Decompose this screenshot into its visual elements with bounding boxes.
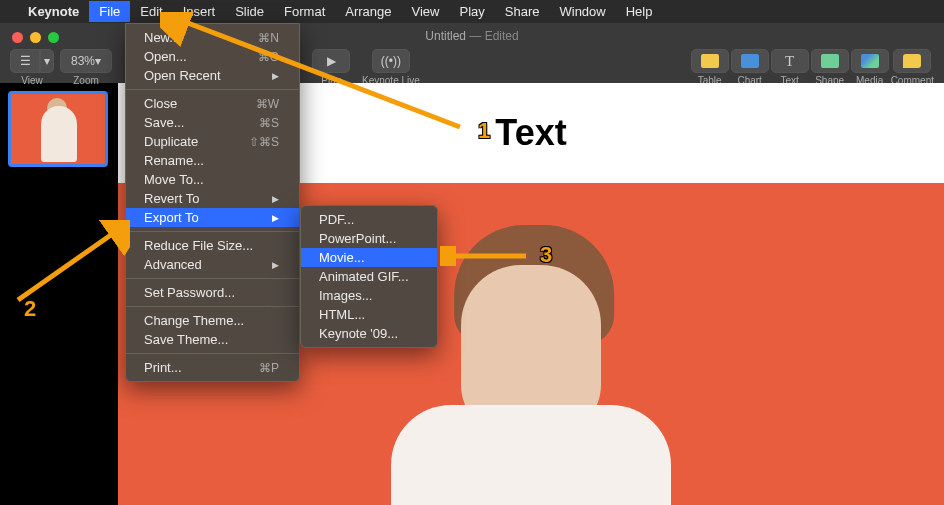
file-menu-dropdown: New...⌘N Open...⌘O Open Recent▶ Close⌘W … — [125, 23, 300, 382]
text-button[interactable]: TText — [771, 49, 809, 86]
file-duplicate[interactable]: Duplicate⇧⌘S — [126, 132, 299, 151]
keynote-live-button[interactable]: ((•)) Keynote Live — [362, 49, 420, 86]
view-button[interactable]: ☰▾ View — [10, 49, 54, 86]
table-button[interactable]: Table — [691, 49, 729, 86]
file-print[interactable]: Print...⌘P — [126, 358, 299, 377]
media-button[interactable]: Media — [851, 49, 889, 86]
file-export-to[interactable]: Export To▶ — [126, 208, 299, 227]
chart-button[interactable]: Chart — [731, 49, 769, 86]
file-new[interactable]: New...⌘N — [126, 28, 299, 47]
minimize-window-button[interactable] — [30, 32, 41, 43]
app-name[interactable]: Keynote — [28, 4, 79, 19]
export-animated-gif[interactable]: Animated GIF... — [301, 267, 437, 286]
menu-play[interactable]: Play — [449, 1, 494, 22]
traffic-lights — [0, 23, 71, 52]
export-pdf[interactable]: PDF... — [301, 210, 437, 229]
file-advanced[interactable]: Advanced▶ — [126, 255, 299, 274]
file-close[interactable]: Close⌘W — [126, 94, 299, 113]
comment-button[interactable]: Comment — [891, 49, 934, 86]
menu-help[interactable]: Help — [616, 1, 663, 22]
close-window-button[interactable] — [12, 32, 23, 43]
file-reduce-size[interactable]: Reduce File Size... — [126, 236, 299, 255]
menu-edit[interactable]: Edit — [130, 1, 172, 22]
file-move-to[interactable]: Move To... — [126, 170, 299, 189]
file-save[interactable]: Save...⌘S — [126, 113, 299, 132]
export-html[interactable]: HTML... — [301, 305, 437, 324]
file-set-password[interactable]: Set Password... — [126, 283, 299, 302]
menu-share[interactable]: Share — [495, 1, 550, 22]
menu-view[interactable]: View — [402, 1, 450, 22]
file-revert-to[interactable]: Revert To▶ — [126, 189, 299, 208]
file-rename[interactable]: Rename... — [126, 151, 299, 170]
export-powerpoint[interactable]: PowerPoint... — [301, 229, 437, 248]
file-open[interactable]: Open...⌘O — [126, 47, 299, 66]
window-title: Untitled — Edited — [425, 29, 518, 43]
zoom-button[interactable]: 83% ▾ Zoom — [60, 49, 112, 86]
slide-navigator: 1 — [0, 83, 118, 505]
slide-thumbnail[interactable] — [8, 91, 108, 167]
shape-button[interactable]: Shape — [811, 49, 849, 86]
menu-format[interactable]: Format — [274, 1, 335, 22]
maximize-window-button[interactable] — [48, 32, 59, 43]
export-images[interactable]: Images... — [301, 286, 437, 305]
export-movie[interactable]: Movie... — [301, 248, 437, 267]
play-button[interactable]: ▶ Play — [312, 49, 350, 86]
menu-window[interactable]: Window — [549, 1, 615, 22]
file-save-theme[interactable]: Save Theme... — [126, 330, 299, 349]
menu-file[interactable]: File — [89, 1, 130, 22]
export-to-submenu: PDF... PowerPoint... Movie... Animated G… — [300, 205, 438, 348]
export-keynote09[interactable]: Keynote '09... — [301, 324, 437, 343]
menu-insert[interactable]: Insert — [173, 1, 226, 22]
menubar: Keynote File Edit Insert Slide Format Ar… — [0, 0, 944, 23]
file-open-recent[interactable]: Open Recent▶ — [126, 66, 299, 85]
file-change-theme[interactable]: Change Theme... — [126, 311, 299, 330]
menu-slide[interactable]: Slide — [225, 1, 274, 22]
menu-arrange[interactable]: Arrange — [335, 1, 401, 22]
